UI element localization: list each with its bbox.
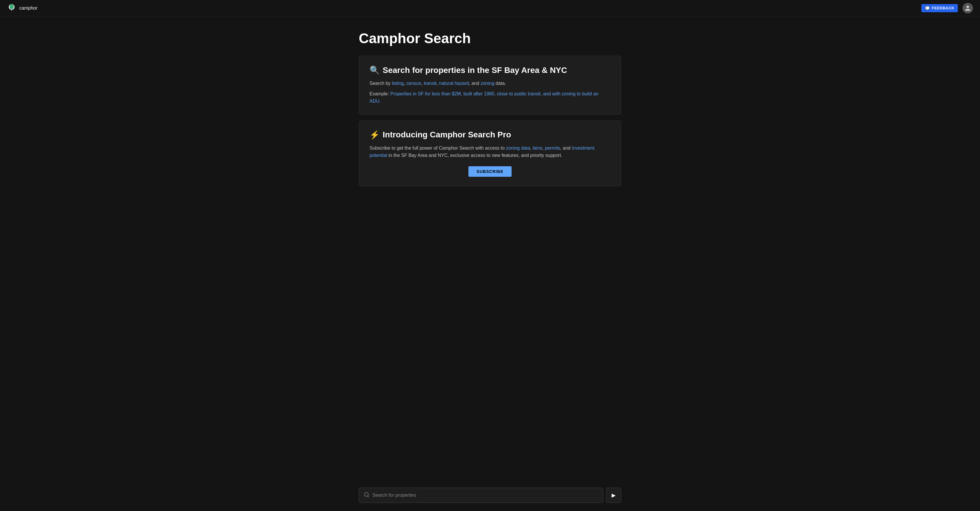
link-census[interactable]: census (406, 81, 421, 86)
search-card-description: Search by listing, census, transit, natu… (369, 80, 611, 87)
svg-line-5 (368, 496, 369, 497)
navbar: camphor 💬 FEEDBACK (0, 0, 980, 16)
pro-card-emoji: ⚡ (369, 130, 380, 140)
link-permits[interactable]: permits (545, 146, 560, 151)
link-zoning[interactable]: zoning (480, 81, 495, 86)
pro-card-title: ⚡ Introducing Camphor Search Pro (369, 130, 611, 140)
search-input-container (359, 488, 603, 503)
link-natural-hazard[interactable]: natural hazard (439, 81, 469, 86)
search-icon (364, 492, 369, 499)
link-liens[interactable]: liens (533, 146, 542, 151)
link-transit[interactable]: transit (424, 81, 437, 86)
user-avatar[interactable] (963, 3, 973, 13)
navbar-right: 💬 FEEDBACK (921, 3, 973, 13)
search-input[interactable] (372, 493, 598, 498)
example-link[interactable]: Properties in SF for less than $2M, buil… (369, 91, 598, 104)
search-card-example: Example: Properties in SF for less than … (369, 90, 611, 105)
main-content: Camphor Search 🔍 Search for properties i… (0, 16, 980, 511)
pro-card-description: Subscribe to get the full power of Camph… (369, 144, 611, 159)
subscribe-button[interactable]: SUBSCRIBE (468, 166, 512, 177)
link-zoning-data[interactable]: zoning data (506, 146, 530, 151)
feedback-label: FEEDBACK (932, 6, 955, 10)
search-card-emoji: 🔍 (369, 65, 380, 75)
link-investment-potential[interactable]: investment potential (369, 146, 594, 158)
search-bar-inner: ▶ (359, 488, 621, 503)
navbar-left: camphor (7, 3, 37, 13)
feedback-button[interactable]: 💬 FEEDBACK (921, 4, 958, 12)
search-card-title: 🔍 Search for properties in the SF Bay Ar… (369, 65, 611, 75)
brand-name: camphor (19, 6, 37, 11)
link-listing[interactable]: listing (392, 81, 404, 86)
svg-point-2 (11, 4, 13, 8)
svg-rect-3 (11, 10, 12, 11)
search-card: 🔍 Search for properties in the SF Bay Ar… (359, 56, 621, 115)
submit-icon: ▶ (612, 492, 616, 498)
feedback-icon: 💬 (925, 6, 930, 11)
logo-icon[interactable] (7, 3, 16, 13)
page-title: Camphor Search (359, 30, 621, 46)
pro-card: ⚡ Introducing Camphor Search Pro Subscri… (359, 121, 621, 186)
search-bar-wrapper: ▶ (0, 482, 980, 511)
search-submit-button[interactable]: ▶ (606, 488, 621, 503)
